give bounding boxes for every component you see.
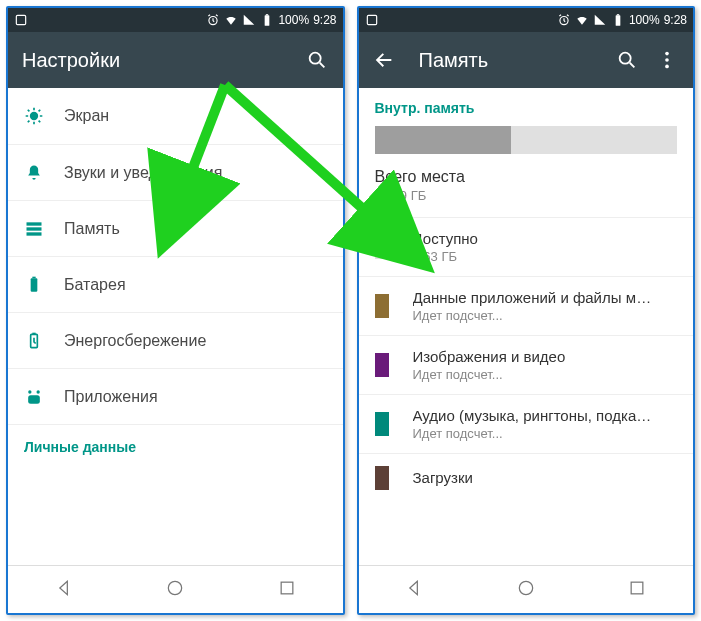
phone-storage: 100% 9:28 Память Внутр. память (357, 6, 696, 615)
bell-icon (24, 163, 64, 183)
settings-item-battery[interactable]: Батарея (8, 256, 343, 312)
color-swatch (375, 466, 389, 490)
svg-rect-18 (367, 15, 376, 24)
settings-item-power[interactable]: Энергосбережение (8, 312, 343, 368)
nav-bar (359, 565, 694, 613)
nav-home-icon[interactable] (165, 578, 185, 602)
wifi-icon (224, 13, 238, 27)
settings-list: Экран Звуки и уведомления Память Батарея… (8, 88, 343, 565)
nav-bar (8, 565, 343, 613)
section-header-personal: Личные данные (8, 424, 343, 463)
apps-icon (24, 387, 64, 407)
storage-bar (375, 126, 678, 154)
svg-point-22 (620, 53, 631, 64)
row-title: Загрузки (413, 469, 473, 486)
storage-row-audio[interactable]: Аудио (музыка, рингтоны, подкаст. Идет п… (359, 394, 694, 453)
svg-rect-2 (265, 15, 270, 25)
row-title: Изображения и видео (413, 348, 566, 365)
svg-rect-7 (27, 227, 42, 230)
nav-recents-icon[interactable] (277, 578, 297, 602)
row-sub: Идет подсчет... (413, 367, 566, 382)
row-sub: Идет подсчет... (413, 426, 653, 441)
battery-icon (611, 13, 625, 27)
total-label: Всего места (375, 168, 678, 186)
svg-point-4 (309, 53, 320, 64)
storage-row-images[interactable]: Изображения и видео Идет подсчет... (359, 335, 694, 394)
app-bar: Настройки (8, 32, 343, 88)
internal-storage-header: Внутр. память (375, 100, 678, 116)
alarm-icon (206, 13, 220, 27)
nav-back-icon[interactable] (54, 578, 74, 602)
svg-rect-27 (631, 582, 643, 594)
settings-item-storage[interactable]: Память (8, 200, 343, 256)
storage-icon (24, 219, 64, 239)
settings-item-label: Приложения (64, 388, 158, 406)
alarm-icon (557, 13, 571, 27)
svg-rect-20 (616, 15, 621, 25)
svg-point-26 (519, 581, 532, 594)
row-title: Доступно (413, 230, 478, 247)
battery-icon (260, 13, 274, 27)
svg-point-5 (30, 112, 38, 120)
settings-item-label: Звуки и уведомления (64, 164, 222, 182)
wifi-icon (575, 13, 589, 27)
svg-rect-15 (28, 395, 40, 403)
battery-pct: 100% (629, 13, 660, 27)
color-swatch (375, 294, 389, 318)
row-sub: Идет подсчет... (413, 308, 653, 323)
storage-row-downloads[interactable]: Загрузки (359, 453, 694, 502)
row-title: Аудио (музыка, рингтоны, подкаст. (413, 407, 653, 424)
settings-item-label: Память (64, 220, 120, 238)
svg-rect-3 (266, 14, 268, 15)
svg-rect-0 (16, 15, 25, 24)
overflow-icon[interactable] (655, 48, 679, 72)
display-icon (24, 106, 64, 126)
nav-recents-icon[interactable] (627, 578, 647, 602)
settings-item-label: Экран (64, 107, 109, 125)
settings-item-apps[interactable]: Приложения (8, 368, 343, 424)
back-icon[interactable] (373, 49, 395, 71)
screenshot-icon (14, 13, 28, 27)
storage-total: Всего места 11,99 ГБ (375, 168, 678, 203)
color-swatch (375, 353, 389, 377)
settings-item-label: Батарея (64, 276, 126, 294)
svg-rect-10 (32, 276, 35, 278)
page-title: Настройки (22, 49, 120, 72)
phone-settings: 100% 9:28 Настройки Экран Звуки и уведом… (6, 6, 345, 615)
search-icon[interactable] (615, 48, 639, 72)
svg-rect-17 (281, 582, 293, 594)
power-icon (24, 331, 64, 351)
status-bar: 100% 9:28 (8, 8, 343, 32)
screenshot-icon (365, 13, 379, 27)
nav-back-icon[interactable] (404, 578, 424, 602)
color-swatch (375, 412, 389, 436)
app-bar: Память (359, 32, 694, 88)
storage-row-available[interactable]: Доступно 6,63 ГБ (359, 217, 694, 276)
settings-item-label: Энергосбережение (64, 332, 206, 350)
total-value: 11,99 ГБ (375, 188, 678, 203)
svg-rect-9 (31, 278, 38, 291)
storage-row-apps[interactable]: Данные приложений и файлы мул. Идет подс… (359, 276, 694, 335)
battery-icon (24, 275, 64, 295)
clock-time: 9:28 (664, 13, 687, 27)
svg-point-13 (28, 390, 31, 393)
clock-time: 9:28 (313, 13, 336, 27)
settings-item-display[interactable]: Экран (8, 88, 343, 144)
svg-point-23 (665, 52, 669, 56)
storage-content: Внутр. память Всего места 11,99 ГБ Досту… (359, 88, 694, 565)
row-title: Данные приложений и файлы мул. (413, 289, 653, 306)
signal-icon (242, 13, 256, 27)
nav-home-icon[interactable] (516, 578, 536, 602)
row-sub: 6,63 ГБ (413, 249, 478, 264)
signal-icon (593, 13, 607, 27)
color-swatch (375, 235, 389, 259)
status-bar: 100% 9:28 (359, 8, 694, 32)
search-icon[interactable] (305, 48, 329, 72)
svg-point-16 (169, 581, 182, 594)
battery-pct: 100% (278, 13, 309, 27)
svg-rect-8 (27, 232, 42, 235)
svg-rect-6 (27, 222, 42, 225)
settings-item-sound[interactable]: Звуки и уведомления (8, 144, 343, 200)
svg-point-24 (665, 58, 669, 62)
storage-bar-used (375, 126, 511, 154)
